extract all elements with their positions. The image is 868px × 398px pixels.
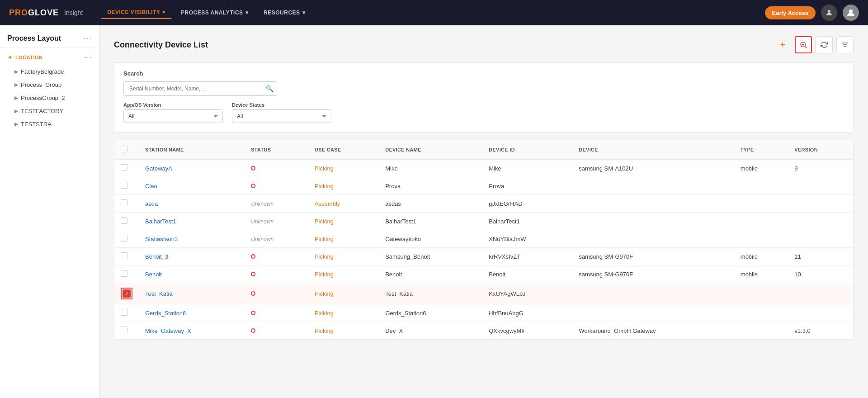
row-device-id: BalharTest1 [482, 213, 572, 230]
top-navigation: PROGLOVE Insight DEVICE VISIBILITY ▾ PRO… [0, 0, 868, 25]
row-check-cell[interactable] [114, 177, 139, 195]
status-offline-icon [251, 166, 255, 171]
row-check-cell[interactable]: ✓ [114, 283, 139, 304]
page-title: Connectivity Device List [114, 40, 208, 50]
row-version: v1.3.0 [788, 322, 853, 340]
row-device-name: Dev_X [379, 322, 482, 340]
row-checkbox-checked[interactable]: ✓ [121, 288, 132, 299]
row-status [245, 304, 308, 322]
row-station-name[interactable]: BalharTest1 [139, 213, 245, 230]
search-icon[interactable]: 🔍 [266, 85, 274, 92]
table-row: Benoit Picking Benoit Benoit samsung SM-… [114, 265, 853, 283]
row-check-cell[interactable] [114, 248, 139, 265]
row-type: mobile [734, 159, 788, 177]
row-type [734, 213, 788, 230]
app-os-version-select[interactable]: All v1.0 v1.1 v1.2 v1.3 [123, 109, 223, 123]
sidebar-more-button[interactable]: ··· [84, 33, 92, 43]
nav-device-visibility[interactable]: DEVICE VISIBILITY ▾ [101, 6, 172, 19]
col-version: VERSION [788, 140, 853, 159]
add-device-button[interactable]: + [774, 36, 791, 53]
row-device-id: Benoit [482, 265, 572, 283]
row-check-cell[interactable] [114, 159, 139, 177]
row-checkbox[interactable] [121, 164, 127, 171]
app-body: Process Layout ··· ▼ LOCATION ··· ▶ Fact… [0, 25, 868, 398]
sidebar-item-teststra[interactable]: ▶ TESTSTRA [7, 118, 92, 131]
row-checkbox[interactable] [121, 199, 127, 206]
location-header[interactable]: ▼ LOCATION ··· [7, 53, 92, 62]
search-input-wrap: 🔍 [123, 81, 277, 96]
row-status: Unknown [245, 230, 308, 248]
row-use-case: Picking [308, 230, 379, 248]
row-station-name[interactable]: Gerds_Station6 [139, 304, 245, 322]
row-device-id: HbfBnuAbgG [482, 304, 572, 322]
row-checkbox[interactable] [121, 217, 127, 224]
row-type [734, 230, 788, 248]
row-type [734, 177, 788, 195]
row-station-name[interactable]: Mike_Gateway_X [139, 322, 245, 340]
row-check-cell[interactable] [114, 322, 139, 340]
row-station-name[interactable]: Test_Katia [139, 283, 245, 304]
sidebar: Process Layout ··· ▼ LOCATION ··· ▶ Fact… [0, 25, 99, 398]
user-profile-icon[interactable] [821, 5, 837, 21]
sidebar-item-process-group[interactable]: ▶ Process_Group [7, 78, 92, 91]
row-device-id: Prova [482, 177, 572, 195]
row-check-cell[interactable] [114, 230, 139, 248]
row-station-name[interactable]: Benoit_3 [139, 248, 245, 265]
refresh-button[interactable] [816, 36, 833, 53]
table-row: Benoit_3 Picking Samsung_Benoit krRVXsIv… [114, 248, 853, 265]
sidebar-item-process-group-2[interactable]: ▶ ProcessGroup_2 [7, 91, 92, 104]
row-checkbox[interactable] [121, 327, 127, 333]
nav-process-analytics[interactable]: PROCESS ANALYTICS ▾ [175, 7, 255, 19]
svg-line-3 [805, 46, 807, 48]
row-check-cell[interactable] [114, 213, 139, 230]
early-access-button[interactable]: Early Access [765, 6, 816, 19]
row-check-cell[interactable] [114, 195, 139, 213]
sidebar-item-testfactory[interactable]: ▶ TESTFACTORY [7, 104, 92, 118]
row-version [788, 213, 853, 230]
location-label: LOCATION [15, 55, 43, 60]
row-version [788, 283, 853, 304]
row-station-name[interactable]: Ciao [139, 177, 245, 195]
row-station-name[interactable]: GatewayA [139, 159, 245, 177]
table-body: GatewayA Picking Mike Mike samsung SM-A1… [114, 159, 853, 339]
row-checkbox[interactable] [121, 252, 127, 259]
location-section: ▼ LOCATION ··· ▶ FactoryBelgrade ▶ Proce… [0, 48, 99, 133]
row-station-name[interactable]: asda [139, 195, 245, 213]
filter-button[interactable] [836, 36, 854, 53]
status-unknown-label: Unknown [251, 201, 274, 207]
row-checkbox[interactable] [121, 309, 127, 316]
col-device-id: DEVICE ID [482, 140, 572, 159]
row-device-id: krRVXsIvZT [482, 248, 572, 265]
device-status-group: Device Status All Online Offline Unknown [232, 102, 331, 123]
svg-point-0 [828, 10, 830, 13]
row-type [734, 195, 788, 213]
table-row: Ciao Picking Prova Prova [114, 177, 853, 195]
select-all-checkbox[interactable] [121, 146, 127, 152]
row-checkbox[interactable] [121, 182, 127, 189]
scan-device-button[interactable] [795, 36, 812, 53]
avatar[interactable] [843, 5, 859, 21]
row-check-cell[interactable] [114, 265, 139, 283]
location-more-button[interactable]: ··· [85, 53, 92, 62]
row-status [245, 159, 308, 177]
search-label: Search [123, 70, 844, 77]
search-input[interactable] [123, 81, 277, 96]
row-checkbox[interactable] [121, 270, 127, 277]
row-station-name[interactable]: Benoit [139, 265, 245, 283]
row-device-name: Prova [379, 177, 482, 195]
row-device: Workaround_GmbH Gateway [572, 322, 734, 340]
device-status-select[interactable]: All Online Offline Unknown [232, 109, 331, 123]
app-os-version-label: App/OS Version [123, 102, 223, 108]
row-device [572, 195, 734, 213]
chevron-down-icon: ▾ [245, 9, 249, 16]
row-check-cell[interactable] [114, 304, 139, 322]
row-checkbox[interactable] [121, 235, 127, 242]
location-collapse-icon: ▼ [7, 55, 13, 60]
row-status [245, 265, 308, 283]
sidebar-item-factory-belgrade[interactable]: ▶ FactoryBelgrade [7, 65, 92, 78]
col-device-name: DEVICE NAME [379, 140, 482, 159]
row-station-name[interactable]: Statiasfaon3 [139, 230, 245, 248]
logo-glove: GLOVE [28, 8, 59, 17]
nav-resources[interactable]: RESOURCES ▾ [257, 7, 311, 19]
row-device-name: Mike [379, 159, 482, 177]
